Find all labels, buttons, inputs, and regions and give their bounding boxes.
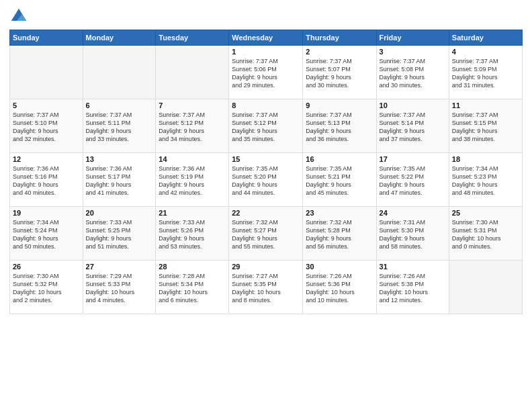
page-header: [9, 7, 523, 26]
day-number: 5: [13, 101, 80, 109]
calendar-week-row: 1Sunrise: 7:37 AM Sunset: 5:06 PM Daylig…: [10, 46, 523, 99]
calendar-cell: 26Sunrise: 7:30 AM Sunset: 5:32 PM Dayli…: [10, 261, 83, 314]
calendar-cell: [449, 261, 522, 314]
day-info: Sunrise: 7:37 AM Sunset: 5:12 PM Dayligh…: [159, 111, 226, 144]
day-number: 31: [380, 263, 446, 271]
day-number: 30: [306, 263, 373, 271]
weekday-header-monday: Monday: [83, 30, 156, 46]
day-number: 27: [86, 263, 153, 271]
day-number: 1: [232, 48, 300, 56]
calendar-cell: 9Sunrise: 7:37 AM Sunset: 5:13 PM Daylig…: [303, 99, 376, 153]
day-number: 11: [452, 101, 519, 109]
calendar-table: SundayMondayTuesdayWednesdayThursdayFrid…: [9, 30, 523, 314]
day-info: Sunrise: 7:37 AM Sunset: 5:07 PM Dayligh…: [306, 57, 373, 90]
day-number: 18: [452, 155, 519, 163]
calendar-cell: 14Sunrise: 7:36 AM Sunset: 5:19 PM Dayli…: [156, 153, 229, 207]
day-info: Sunrise: 7:36 AM Sunset: 5:16 PM Dayligh…: [13, 165, 80, 197]
day-info: Sunrise: 7:26 AM Sunset: 5:36 PM Dayligh…: [306, 272, 373, 305]
day-number: 16: [306, 155, 373, 163]
calendar-cell: 18Sunrise: 7:34 AM Sunset: 5:23 PM Dayli…: [449, 153, 522, 207]
day-info: Sunrise: 7:37 AM Sunset: 5:11 PM Dayligh…: [86, 111, 153, 144]
calendar-cell: 31Sunrise: 7:26 AM Sunset: 5:38 PM Dayli…: [376, 261, 449, 314]
day-number: 22: [232, 209, 300, 217]
day-info: Sunrise: 7:33 AM Sunset: 5:26 PM Dayligh…: [159, 218, 226, 251]
day-info: Sunrise: 7:27 AM Sunset: 5:35 PM Dayligh…: [232, 272, 300, 305]
calendar-cell: [10, 46, 83, 99]
day-info: Sunrise: 7:26 AM Sunset: 5:38 PM Dayligh…: [380, 272, 446, 305]
day-number: 2: [306, 48, 373, 56]
weekday-header-sunday: Sunday: [10, 30, 83, 46]
day-info: Sunrise: 7:37 AM Sunset: 5:15 PM Dayligh…: [452, 111, 519, 144]
calendar-cell: 15Sunrise: 7:35 AM Sunset: 5:20 PM Dayli…: [229, 153, 303, 207]
calendar-cell: 27Sunrise: 7:29 AM Sunset: 5:33 PM Dayli…: [83, 261, 156, 314]
weekday-header-wednesday: Wednesday: [229, 30, 303, 46]
weekday-header-friday: Friday: [376, 30, 449, 46]
calendar-week-row: 26Sunrise: 7:30 AM Sunset: 5:32 PM Dayli…: [10, 261, 523, 314]
day-number: 13: [86, 155, 153, 163]
calendar-cell: 30Sunrise: 7:26 AM Sunset: 5:36 PM Dayli…: [303, 261, 376, 314]
day-info: Sunrise: 7:35 AM Sunset: 5:21 PM Dayligh…: [306, 165, 373, 197]
day-info: Sunrise: 7:32 AM Sunset: 5:28 PM Dayligh…: [306, 218, 373, 251]
day-number: 20: [86, 209, 153, 217]
day-info: Sunrise: 7:37 AM Sunset: 5:13 PM Dayligh…: [306, 111, 373, 144]
day-info: Sunrise: 7:37 AM Sunset: 5:06 PM Dayligh…: [232, 57, 300, 90]
calendar-cell: 21Sunrise: 7:33 AM Sunset: 5:26 PM Dayli…: [156, 207, 229, 261]
day-info: Sunrise: 7:31 AM Sunset: 5:30 PM Dayligh…: [380, 218, 446, 251]
calendar-cell: 20Sunrise: 7:33 AM Sunset: 5:25 PM Dayli…: [83, 207, 156, 261]
day-number: 21: [159, 209, 226, 217]
calendar-cell: 6Sunrise: 7:37 AM Sunset: 5:11 PM Daylig…: [83, 99, 156, 153]
logo: [9, 7, 31, 26]
calendar-week-row: 5Sunrise: 7:37 AM Sunset: 5:10 PM Daylig…: [10, 99, 523, 153]
day-number: 28: [159, 263, 226, 271]
calendar-cell: 4Sunrise: 7:37 AM Sunset: 5:09 PM Daylig…: [449, 46, 522, 99]
day-number: 15: [232, 155, 300, 163]
calendar-cell: 3Sunrise: 7:37 AM Sunset: 5:08 PM Daylig…: [376, 46, 449, 99]
weekday-header-tuesday: Tuesday: [156, 30, 229, 46]
day-number: 8: [232, 101, 300, 109]
weekday-header-row: SundayMondayTuesdayWednesdayThursdayFrid…: [10, 30, 523, 46]
calendar-cell: 16Sunrise: 7:35 AM Sunset: 5:21 PM Dayli…: [303, 153, 376, 207]
calendar-cell: 25Sunrise: 7:30 AM Sunset: 5:31 PM Dayli…: [449, 207, 522, 261]
day-number: 12: [13, 155, 80, 163]
calendar-cell: 12Sunrise: 7:36 AM Sunset: 5:16 PM Dayli…: [10, 153, 83, 207]
day-number: 29: [232, 263, 300, 271]
day-info: Sunrise: 7:35 AM Sunset: 5:22 PM Dayligh…: [380, 165, 446, 197]
calendar-cell: [156, 46, 229, 99]
day-info: Sunrise: 7:30 AM Sunset: 5:31 PM Dayligh…: [452, 218, 519, 251]
day-info: Sunrise: 7:36 AM Sunset: 5:19 PM Dayligh…: [159, 165, 226, 197]
calendar-cell: [83, 46, 156, 99]
calendar-cell: 29Sunrise: 7:27 AM Sunset: 5:35 PM Dayli…: [229, 261, 303, 314]
day-number: 6: [86, 101, 153, 109]
page-container: SundayMondayTuesdayWednesdayThursdayFrid…: [0, 0, 532, 411]
day-number: 7: [159, 101, 226, 109]
calendar-cell: 17Sunrise: 7:35 AM Sunset: 5:22 PM Dayli…: [376, 153, 449, 207]
calendar-cell: 23Sunrise: 7:32 AM Sunset: 5:28 PM Dayli…: [303, 207, 376, 261]
day-info: Sunrise: 7:28 AM Sunset: 5:34 PM Dayligh…: [159, 272, 226, 305]
calendar-week-row: 19Sunrise: 7:34 AM Sunset: 5:24 PM Dayli…: [10, 207, 523, 261]
day-number: 17: [380, 155, 446, 163]
day-number: 24: [380, 209, 446, 217]
day-number: 3: [380, 48, 446, 56]
day-info: Sunrise: 7:37 AM Sunset: 5:10 PM Dayligh…: [13, 111, 80, 144]
day-info: Sunrise: 7:37 AM Sunset: 5:08 PM Dayligh…: [380, 57, 446, 90]
day-info: Sunrise: 7:32 AM Sunset: 5:27 PM Dayligh…: [232, 218, 300, 251]
day-info: Sunrise: 7:30 AM Sunset: 5:32 PM Dayligh…: [13, 272, 80, 305]
day-info: Sunrise: 7:36 AM Sunset: 5:17 PM Dayligh…: [86, 165, 153, 197]
day-number: 4: [452, 48, 519, 56]
calendar-cell: 5Sunrise: 7:37 AM Sunset: 5:10 PM Daylig…: [10, 99, 83, 153]
day-number: 10: [380, 101, 446, 109]
day-number: 19: [13, 209, 80, 217]
calendar-cell: 2Sunrise: 7:37 AM Sunset: 5:07 PM Daylig…: [303, 46, 376, 99]
calendar-cell: 28Sunrise: 7:28 AM Sunset: 5:34 PM Dayli…: [156, 261, 229, 314]
day-info: Sunrise: 7:34 AM Sunset: 5:23 PM Dayligh…: [452, 165, 519, 197]
day-info: Sunrise: 7:29 AM Sunset: 5:33 PM Dayligh…: [86, 272, 153, 305]
calendar-cell: 13Sunrise: 7:36 AM Sunset: 5:17 PM Dayli…: [83, 153, 156, 207]
day-info: Sunrise: 7:35 AM Sunset: 5:20 PM Dayligh…: [232, 165, 300, 197]
day-info: Sunrise: 7:37 AM Sunset: 5:14 PM Dayligh…: [380, 111, 446, 144]
weekday-header-saturday: Saturday: [449, 30, 522, 46]
calendar-cell: 22Sunrise: 7:32 AM Sunset: 5:27 PM Dayli…: [229, 207, 303, 261]
calendar-week-row: 12Sunrise: 7:36 AM Sunset: 5:16 PM Dayli…: [10, 153, 523, 207]
calendar-cell: 24Sunrise: 7:31 AM Sunset: 5:30 PM Dayli…: [376, 207, 449, 261]
calendar-cell: 11Sunrise: 7:37 AM Sunset: 5:15 PM Dayli…: [449, 99, 522, 153]
day-number: 25: [452, 209, 519, 217]
